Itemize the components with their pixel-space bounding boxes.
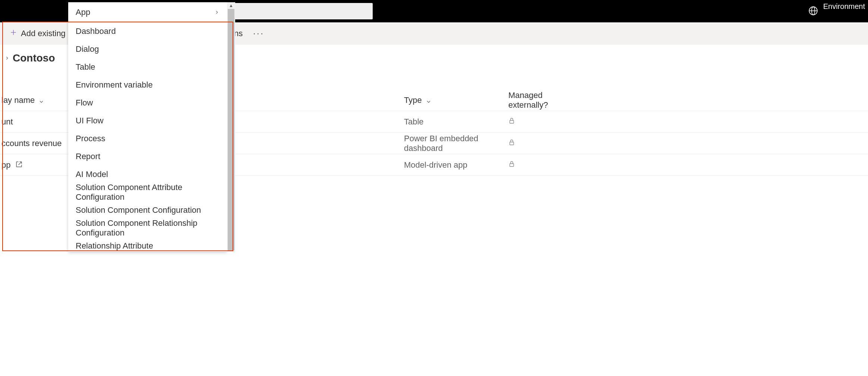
dropdown-item-ai-model[interactable]: AI Model — [68, 165, 227, 183]
svg-rect-5 — [510, 120, 514, 123]
dropdown-item-label: Dashboard — [76, 26, 116, 36]
open-external-icon[interactable] — [16, 160, 22, 167]
cell-type: Model-driven app — [404, 160, 508, 170]
dropdown-item-label: Environment variable — [76, 80, 153, 90]
column-header-label: Type — [404, 95, 422, 105]
search-box-fragment[interactable] — [227, 3, 373, 19]
scrollbar-thumb[interactable] — [228, 9, 234, 250]
svg-rect-6 — [510, 142, 514, 145]
cell-display-name: ccounts revenue — [1, 139, 69, 148]
dropdown-item-process[interactable]: Process — [68, 130, 227, 148]
scrollbar-up-arrow-icon[interactable]: ▲ — [227, 3, 235, 8]
command-bar-fragment-text: ns — [234, 29, 243, 38]
dropdown-item-flow[interactable]: Flow — [68, 94, 227, 112]
lock-icon — [508, 117, 583, 127]
add-existing-dropdown: AppDashboardDialogTableEnvironment varia… — [68, 2, 235, 252]
dropdown-item-label: AI Model — [76, 170, 108, 179]
dropdown-item-table[interactable]: Table — [68, 58, 227, 76]
dropdown-item-label: Solution Component Configuration — [76, 205, 201, 215]
lock-icon — [508, 160, 583, 170]
column-header-managed[interactable]: Managed externally? — [508, 91, 583, 110]
dropdown-item-solution-component-configuration[interactable]: Solution Component Configuration — [68, 201, 227, 219]
dropdown-item-label: Solution Component Relationship Configur… — [76, 218, 220, 238]
chevron-down-icon — [38, 97, 44, 103]
environment-picker[interactable]: Environment — [808, 2, 865, 16]
dropdown-item-label: Dialog — [76, 44, 99, 54]
dropdown-item-dashboard[interactable]: Dashboard — [68, 22, 227, 40]
dropdown-item-app[interactable]: App — [68, 2, 227, 22]
cell-type: Table — [404, 117, 508, 127]
dropdown-item-label: Solution Component Attribute Configurati… — [76, 183, 220, 202]
dropdown-item-label: Flow — [76, 98, 93, 108]
dropdown-item-label: UI Flow — [76, 116, 104, 126]
lock-icon — [508, 138, 583, 149]
dropdown-item-solution-component-attribute-configuration[interactable]: Solution Component Attribute Configurati… — [68, 183, 227, 201]
dropdown-item-ui-flow[interactable]: UI Flow — [68, 112, 227, 130]
dropdown-item-relationship-attribute[interactable]: Relationship Attribute — [68, 237, 227, 252]
dropdown-item-label: Table — [76, 62, 95, 72]
cell-display-name: pp — [1, 160, 69, 170]
environment-label: Environment — [823, 2, 865, 10]
column-header-label: Managed externally? — [508, 91, 583, 110]
dropdown-scrollbar[interactable]: ▲ — [227, 2, 235, 252]
dropdown-item-report[interactable]: Report — [68, 148, 227, 165]
cell-type: Power BI embedded dashboard — [404, 134, 508, 153]
column-header-type[interactable]: Type — [404, 95, 508, 105]
column-header-display-name[interactable]: lay name — [1, 95, 69, 105]
chevron-right-icon — [4, 54, 10, 63]
dropdown-item-label: Relationship Attribute — [76, 241, 153, 251]
plus-icon — [10, 29, 17, 38]
dropdown-item-dialog[interactable]: Dialog — [68, 40, 227, 58]
dropdown-item-label: Process — [76, 134, 105, 143]
chevron-right-icon — [214, 7, 220, 17]
page-title: Contoso — [13, 52, 55, 64]
dropdown-item-solution-component-relationship-configuration[interactable]: Solution Component Relationship Configur… — [68, 219, 227, 237]
column-header-label: lay name — [1, 95, 35, 105]
svg-rect-7 — [510, 164, 514, 167]
add-existing-label: Add existing — [21, 29, 66, 38]
globe-icon — [808, 6, 818, 16]
dropdown-item-label: Report — [76, 152, 100, 161]
dropdown-item-label: App — [76, 7, 90, 17]
cell-display-name: unt — [1, 117, 69, 127]
dropdown-item-environment-variable[interactable]: Environment variable — [68, 76, 227, 94]
breadcrumb: Contoso — [4, 52, 55, 64]
chevron-down-icon — [426, 97, 432, 103]
more-commands-button[interactable]: ··· — [253, 29, 264, 38]
